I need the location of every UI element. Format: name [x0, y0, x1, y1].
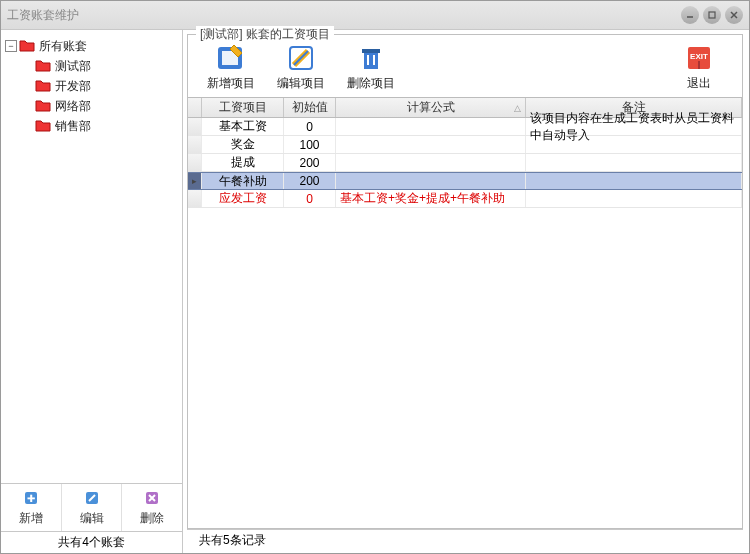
- salary-grid[interactable]: 工资项目 初始值 计算公式△ 备注 基本工资0该项目内容在生成工资表时从员工资料…: [188, 97, 742, 528]
- svg-text:✚: ✚: [27, 493, 35, 504]
- cell-init[interactable]: 200: [284, 173, 336, 189]
- svg-rect-1: [709, 12, 715, 18]
- svg-rect-12: [373, 55, 375, 65]
- window-title: 工资账套维护: [7, 7, 79, 24]
- folder-red-icon: [19, 38, 35, 55]
- tree-item-label: 销售部: [55, 118, 91, 135]
- row-header-col[interactable]: [188, 98, 202, 117]
- cell-name[interactable]: 应发工资: [202, 190, 284, 207]
- current-row-icon: ▸: [192, 176, 197, 186]
- add-icon: ✚: [22, 489, 40, 510]
- cell-remark[interactable]: [526, 173, 742, 189]
- col-name[interactable]: 工资项目: [202, 98, 284, 117]
- edit-item-button[interactable]: 编辑项目: [266, 41, 336, 92]
- tree-item[interactable]: 销售部: [5, 116, 178, 136]
- close-button[interactable]: [725, 6, 743, 24]
- cell-formula[interactable]: [336, 173, 526, 189]
- cell-remark[interactable]: [526, 136, 742, 153]
- delete-item-button[interactable]: 删除项目: [336, 41, 406, 92]
- add-item-icon: [214, 41, 248, 75]
- table-row[interactable]: 提成200: [188, 154, 742, 172]
- cell-name[interactable]: 奖金: [202, 136, 284, 153]
- left-toolbar: ✚ 新增 编辑 删除: [1, 483, 182, 531]
- cell-formula[interactable]: [336, 136, 526, 153]
- cell-init[interactable]: 100: [284, 136, 336, 153]
- exit-button[interactable]: EXIT 退出: [664, 41, 734, 92]
- col-remark[interactable]: 备注: [526, 98, 742, 117]
- minimize-button[interactable]: [681, 6, 699, 24]
- cell-formula[interactable]: [336, 118, 526, 135]
- row-header[interactable]: [188, 118, 202, 135]
- main-toolbar: 新增项目 编辑项目 删除项目 EXIT 退出: [188, 35, 742, 97]
- tree-root[interactable]: − 所有账套: [5, 36, 178, 56]
- tree-item-label: 测试部: [55, 58, 91, 75]
- edit-account-button[interactable]: 编辑: [62, 484, 123, 531]
- edit-icon: [83, 489, 101, 510]
- cell-remark[interactable]: 该项目内容在生成工资表时从员工资料中自动导入: [526, 118, 742, 135]
- add-account-button[interactable]: ✚ 新增: [1, 484, 62, 531]
- cell-name[interactable]: 午餐补助: [202, 173, 284, 189]
- tree-item[interactable]: 开发部: [5, 76, 178, 96]
- tree-root-label: 所有账套: [39, 38, 87, 55]
- cell-remark[interactable]: [526, 154, 742, 171]
- cell-name[interactable]: 提成: [202, 154, 284, 171]
- delete-icon: [143, 489, 161, 510]
- svg-text:EXIT: EXIT: [690, 52, 708, 61]
- cell-remark[interactable]: [526, 190, 742, 207]
- row-header[interactable]: ▸: [188, 173, 202, 189]
- add-item-button[interactable]: 新增项目: [196, 41, 266, 92]
- sort-indicator-icon: △: [514, 103, 521, 113]
- col-init[interactable]: 初始值: [284, 98, 336, 117]
- app-window: 工资账套维护 − 所有账套 测试部开发部网络部销售部 ✚ 新增: [0, 0, 750, 554]
- folder-red-icon: [35, 58, 51, 75]
- left-status: 共有4个账套: [1, 531, 182, 553]
- cell-formula[interactable]: [336, 154, 526, 171]
- salary-items-groupbox: [测试部] 账套的工资项目 新增项目 编辑项目 删除项目: [187, 34, 743, 529]
- folder-red-icon: [35, 78, 51, 95]
- table-row[interactable]: 奖金100: [188, 136, 742, 154]
- row-header[interactable]: [188, 136, 202, 153]
- right-panel: [测试部] 账套的工资项目 新增项目 编辑项目 删除项目: [183, 30, 749, 553]
- tree-item[interactable]: 测试部: [5, 56, 178, 76]
- tree-item[interactable]: 网络部: [5, 96, 178, 116]
- cell-init[interactable]: 0: [284, 190, 336, 207]
- row-header[interactable]: [188, 190, 202, 207]
- cell-name[interactable]: 基本工资: [202, 118, 284, 135]
- tree-item-label: 网络部: [55, 98, 91, 115]
- delete-item-icon: [354, 41, 388, 75]
- exit-icon: EXIT: [682, 41, 716, 75]
- cell-formula[interactable]: 基本工资+奖金+提成+午餐补助: [336, 190, 526, 207]
- tree-item-label: 开发部: [55, 78, 91, 95]
- svg-rect-11: [367, 55, 369, 65]
- folder-red-icon: [35, 118, 51, 135]
- titlebar[interactable]: 工资账套维护: [1, 1, 749, 29]
- edit-item-icon: [284, 41, 318, 75]
- right-status: 共有5条记录: [187, 529, 743, 551]
- row-header[interactable]: [188, 154, 202, 171]
- folder-red-icon: [35, 98, 51, 115]
- left-panel: − 所有账套 测试部开发部网络部销售部 ✚ 新增 编辑 删除: [1, 30, 183, 553]
- grid-header[interactable]: 工资项目 初始值 计算公式△ 备注: [188, 98, 742, 118]
- maximize-button[interactable]: [703, 6, 721, 24]
- groupbox-title: [测试部] 账套的工资项目: [196, 26, 334, 43]
- delete-account-button[interactable]: 删除: [122, 484, 182, 531]
- cell-init[interactable]: 0: [284, 118, 336, 135]
- table-row[interactable]: 应发工资0基本工资+奖金+提成+午餐补助: [188, 190, 742, 208]
- account-tree[interactable]: − 所有账套 测试部开发部网络部销售部: [1, 30, 182, 483]
- table-row[interactable]: 基本工资0该项目内容在生成工资表时从员工资料中自动导入: [188, 118, 742, 136]
- col-formula[interactable]: 计算公式△: [336, 98, 526, 117]
- table-row[interactable]: ▸午餐补助200: [188, 172, 742, 190]
- collapse-toggle[interactable]: −: [5, 40, 17, 52]
- cell-init[interactable]: 200: [284, 154, 336, 171]
